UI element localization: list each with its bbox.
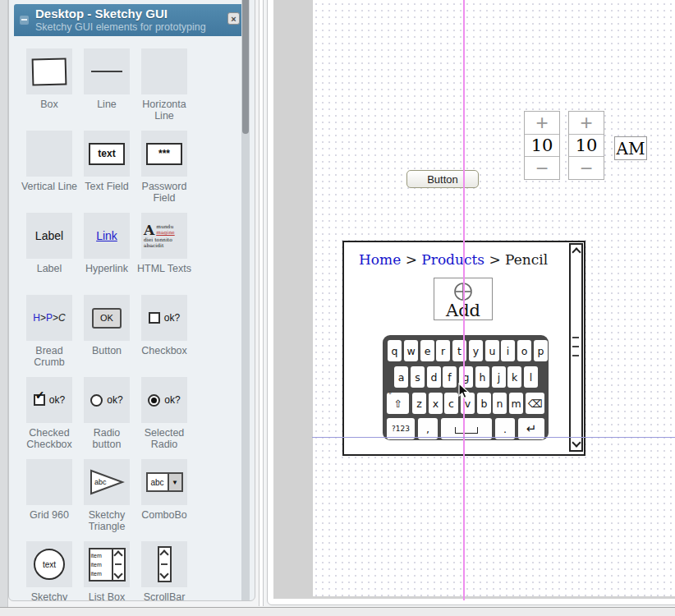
key-m: m bbox=[509, 393, 523, 414]
palette-item-checked-checkbox[interactable]: ✓ok? Checked Checkbox bbox=[21, 374, 78, 456]
label-icon: Label bbox=[35, 229, 63, 242]
space-key-icon bbox=[455, 427, 478, 434]
password-field-icon: *** bbox=[146, 143, 182, 165]
scrollbar-grip bbox=[572, 337, 579, 356]
scrollbar-icon bbox=[158, 546, 172, 582]
key-d: d bbox=[427, 366, 441, 388]
key-a: a bbox=[394, 366, 408, 388]
key-y: y bbox=[469, 340, 483, 361]
palette-item-password-field[interactable]: *** Password Field bbox=[135, 127, 193, 209]
palette-item-horizontal-line[interactable]: Horizonta Line bbox=[135, 45, 193, 127]
palette-item-sketchy-triangle[interactable]: abc Sketchy Triangle bbox=[78, 456, 135, 538]
breadcrumb-current: Pencil bbox=[505, 251, 548, 268]
palette-grid: Box Line Horizonta Line Vertical Line te… bbox=[21, 45, 195, 601]
canvas-spinner-2[interactable]: + 10 − bbox=[568, 111, 604, 180]
horizontal-line-icon bbox=[141, 48, 187, 94]
scroll-down-icon bbox=[572, 438, 581, 447]
mouse-cursor bbox=[458, 383, 471, 399]
palette-item-scrollbar[interactable]: ScrollBar bbox=[135, 538, 193, 601]
palette-item-vertical-line[interactable]: Vertical Line bbox=[21, 127, 78, 209]
key-p: p bbox=[534, 340, 548, 361]
dropdown-arrow-icon: ▼ bbox=[168, 474, 181, 490]
checked-checkbox-icon: ✓ok? bbox=[34, 394, 65, 406]
palette-item-bread-crumb[interactable]: H>P>C Bread Crumb bbox=[21, 292, 78, 374]
horizontal-guide-line[interactable] bbox=[312, 437, 675, 438]
key-x: x bbox=[429, 393, 443, 414]
palette-item-text-field[interactable]: text Text Field bbox=[78, 127, 135, 209]
key-s: s bbox=[411, 366, 425, 388]
html-texts-icon: A mundu magine diei tonnito abacidit bbox=[144, 223, 185, 248]
bread-crumb-icon: H>P>C bbox=[33, 312, 65, 324]
palette-item-button[interactable]: OK Button bbox=[78, 292, 135, 374]
text-field-icon: text bbox=[89, 143, 125, 165]
palette-item-grid-960[interactable]: Grid 960 bbox=[21, 456, 78, 538]
window-scrollbar bbox=[569, 243, 583, 452]
spinner-value: 10 bbox=[569, 134, 604, 158]
shift-key-icon: °⇧ bbox=[387, 393, 409, 414]
hyperlink-icon: Link bbox=[96, 229, 117, 242]
vertical-line-icon bbox=[26, 131, 72, 177]
bottom-status-strip bbox=[0, 607, 675, 616]
breadcrumb: Home > Products > Pencil bbox=[359, 251, 548, 268]
shape-palette-panel: Desktop - Sketchy GUI Sketchy GUI elemen… bbox=[8, 0, 255, 601]
panel-splitter[interactable] bbox=[259, 0, 264, 606]
palette-item-line[interactable]: Line bbox=[78, 45, 135, 127]
key-l: l bbox=[524, 366, 538, 388]
key-e: e bbox=[420, 340, 434, 361]
grid-960-icon bbox=[26, 459, 72, 505]
palette-item-sketchy-circle[interactable]: text Sketchy Circle bbox=[21, 538, 78, 601]
key-j: j bbox=[492, 366, 506, 388]
left-gutter bbox=[0, 0, 8, 616]
key-r: r bbox=[436, 340, 450, 361]
breadcrumb-home-link[interactable]: Home bbox=[359, 251, 401, 268]
key-f: f bbox=[443, 366, 457, 388]
key-b: b bbox=[477, 393, 491, 414]
key-z: z bbox=[412, 393, 426, 414]
vertical-guide-line[interactable] bbox=[463, 0, 465, 600]
palette-subtitle: Sketchy GUI elements for prototyping bbox=[35, 21, 206, 33]
list-box-icon: item item item bbox=[89, 548, 126, 582]
sketchy-triangle-icon: abc bbox=[88, 466, 126, 499]
key-h: h bbox=[475, 366, 489, 388]
palette-item-hyperlink[interactable]: Link Hyperlink bbox=[78, 209, 135, 292]
key-q: q bbox=[388, 340, 402, 361]
palette-title: Desktop - Sketchy GUI bbox=[35, 7, 168, 21]
selected-radio-icon: ok? bbox=[148, 394, 180, 407]
backspace-key-icon: ⌫ bbox=[526, 393, 544, 414]
collapse-icon[interactable] bbox=[20, 16, 29, 25]
svg-text:abc: abc bbox=[94, 478, 107, 486]
breadcrumb-products-link[interactable]: Products bbox=[421, 251, 484, 268]
palette-item-html-texts[interactable]: A mundu magine diei tonnito abacidit HTM… bbox=[135, 209, 193, 292]
palette-item-list-box[interactable]: item item item List Box bbox=[78, 538, 135, 601]
canvas-spinner-1[interactable]: + 10 − bbox=[524, 111, 560, 180]
canvas-am-field[interactable]: AM bbox=[614, 136, 647, 160]
key-n: n bbox=[493, 393, 507, 414]
close-icon[interactable]: × bbox=[227, 12, 240, 25]
palette-item-selected-radio[interactable]: ok? Selected Radio bbox=[135, 374, 193, 456]
canvas-button-widget[interactable]: Button bbox=[406, 170, 479, 188]
button-icon: OK bbox=[92, 308, 122, 329]
palette-header: Desktop - Sketchy GUI Sketchy GUI elemen… bbox=[14, 4, 244, 36]
palette-item-label[interactable]: Label Label bbox=[21, 209, 78, 292]
palette-item-combobox[interactable]: abc ▼ ComboBo bbox=[135, 456, 193, 538]
key-k: k bbox=[507, 366, 521, 388]
combobox-icon: abc ▼ bbox=[146, 472, 183, 492]
line-icon bbox=[91, 71, 122, 72]
checkbox-icon: ok? bbox=[149, 312, 180, 324]
key-c: c bbox=[444, 393, 458, 414]
key-i: i bbox=[501, 340, 515, 361]
sketchy-circle-icon: text bbox=[34, 549, 65, 580]
box-icon bbox=[32, 57, 67, 85]
scroll-up-icon bbox=[572, 247, 581, 256]
key-u: u bbox=[485, 340, 499, 361]
key-o: o bbox=[517, 340, 531, 361]
radio-button-icon: ok? bbox=[90, 394, 122, 407]
palette-item-box[interactable]: Box bbox=[21, 45, 78, 127]
spinner-value: 10 bbox=[525, 134, 559, 158]
palette-item-radio-button[interactable]: ok? Radio button bbox=[78, 374, 135, 456]
palette-item-checkbox[interactable]: ok? Checkbox bbox=[135, 292, 193, 374]
palette-scrollbar-thumb[interactable] bbox=[242, 0, 249, 134]
key-w: w bbox=[404, 340, 418, 361]
